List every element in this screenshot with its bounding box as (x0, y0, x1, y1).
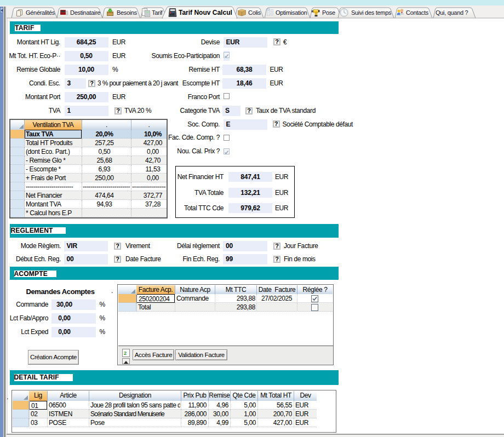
svg-text:2: 2 (124, 350, 127, 356)
